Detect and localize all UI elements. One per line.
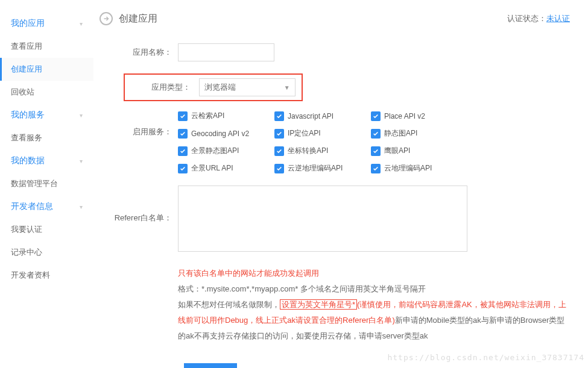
sidebar-group-label: 开发者信息 — [11, 201, 53, 212]
service-label: 鹰眼API — [384, 146, 410, 156]
service-label: 云地理编码API — [384, 163, 432, 173]
service-checkbox[interactable]: 静态图API — [371, 128, 467, 139]
service-checkbox[interactable]: 鹰眼API — [371, 146, 467, 156]
sidebar-item-view-apps[interactable]: 查看应用 — [0, 35, 93, 58]
sidebar-item-dev-profile[interactable]: 开发者资料 — [0, 264, 93, 287]
referer-textarea[interactable] — [178, 186, 467, 252]
auth-status-label: 认证状态： — [507, 14, 546, 23]
sidebar-item-create-app[interactable]: 创建应用 — [0, 58, 93, 81]
sidebar-group-my-services[interactable]: 我的服务 ▾ — [0, 104, 93, 126]
service-checkbox[interactable]: 云逆地理编码API — [274, 163, 371, 173]
service-checkbox[interactable]: IP定位API — [274, 128, 371, 139]
checkbox-checked-icon — [371, 129, 381, 139]
service-checkbox[interactable]: 坐标转换API — [274, 146, 371, 156]
service-label: 全景URL API — [191, 163, 233, 173]
dropdown-arrow-icon: ▼ — [284, 84, 290, 91]
main-content: 创建应用 认证状态：未认证 应用名称： 应用类型： 浏览器端 ▼ — [93, 0, 588, 368]
star-highlight: 设置为英文半角星号* — [280, 299, 357, 310]
service-label: Javascript API — [288, 112, 334, 120]
auth-status: 认证状态：未认证 — [507, 13, 570, 24]
service-checkbox[interactable]: 全景URL API — [178, 163, 274, 173]
checkbox-checked-icon — [371, 111, 381, 121]
submit-button[interactable]: 提交 — [184, 363, 237, 368]
checkbox-checked-icon — [371, 146, 381, 156]
service-label: Geocoding API v2 — [191, 129, 249, 138]
sidebar: 我的应用 ▾ 查看应用 创建应用 回收站 我的服务 ▾ 查看服务 我的数据 ▾ … — [0, 0, 93, 368]
app-type-highlight: 应用类型： 浏览器端 ▼ — [124, 73, 303, 101]
app-type-select[interactable]: 浏览器端 ▼ — [199, 78, 296, 96]
service-label: Place API v2 — [384, 112, 425, 120]
checkbox-checked-icon — [274, 164, 284, 173]
service-label: 静态图API — [384, 128, 417, 139]
chevron-down-icon: ▾ — [80, 204, 83, 210]
services-label: 启用服务： — [100, 108, 178, 137]
chevron-down-icon: ▾ — [80, 20, 83, 27]
sidebar-item-records[interactable]: 记录中心 — [0, 241, 93, 264]
sidebar-group-dev-info[interactable]: 开发者信息 ▾ — [0, 195, 93, 218]
arrow-right-icon — [100, 12, 113, 25]
service-label: 全景静态图API — [191, 146, 239, 156]
sidebar-group-label: 我的应用 — [11, 18, 45, 29]
app-name-label: 应用名称： — [100, 43, 178, 58]
service-checkbox[interactable]: 云检索API — [178, 111, 274, 121]
service-checkbox[interactable]: Javascript API — [274, 111, 371, 121]
app-name-input[interactable] — [178, 43, 274, 61]
service-checkbox[interactable]: 云地理编码API — [371, 163, 467, 173]
checkbox-checked-icon — [178, 146, 188, 156]
sidebar-group-label: 我的服务 — [11, 110, 45, 120]
help-line1: 只有该白名单中的网站才能成功发起调用 — [178, 266, 570, 281]
service-label: 云检索API — [191, 111, 224, 121]
help-line3: 如果不想对任何域名做限制，设置为英文半角星号*(谨慎使用，前端代码容易泄露AK，… — [178, 297, 570, 344]
app-type-value: 浏览器端 — [204, 82, 236, 93]
checkbox-checked-icon — [178, 129, 188, 139]
chevron-down-icon: ▾ — [80, 112, 83, 119]
sidebar-group-my-data[interactable]: 我的数据 ▾ — [0, 149, 93, 172]
sidebar-item-recycle[interactable]: 回收站 — [0, 81, 93, 104]
watermark: https://blog.csdn.net/weixin_37837174 — [387, 353, 584, 362]
sidebar-group-label: 我的数据 — [11, 155, 45, 166]
checkbox-checked-icon — [274, 129, 284, 139]
checkbox-checked-icon — [274, 111, 284, 121]
chevron-down-icon: ▾ — [80, 158, 83, 164]
checkbox-checked-icon — [274, 146, 284, 156]
service-label: IP定位API — [288, 128, 321, 139]
checkbox-checked-icon — [178, 164, 188, 173]
sidebar-group-my-apps[interactable]: 我的应用 ▾ — [0, 12, 93, 35]
sidebar-item-data-platform[interactable]: 数据管理平台 — [0, 172, 93, 195]
auth-status-link[interactable]: 未认证 — [546, 14, 570, 23]
checkbox-checked-icon — [178, 111, 188, 121]
service-checkbox[interactable]: 全景静态图API — [178, 146, 274, 156]
app-type-label: 应用类型： — [128, 78, 197, 93]
checkbox-checked-icon — [371, 164, 381, 173]
services-grid: 云检索APIJavascript APIPlace API v2Geocodin… — [178, 108, 570, 173]
service-checkbox[interactable]: Geocoding API v2 — [178, 128, 274, 139]
help-text: 只有该白名单中的网站才能成功发起调用 格式：*.mysite.com*,*mya… — [178, 266, 570, 344]
service-label: 坐标转换API — [288, 146, 328, 156]
page-title: 创建应用 — [119, 13, 157, 25]
service-checkbox[interactable]: Place API v2 — [371, 111, 467, 121]
service-label: 云逆地理编码API — [288, 163, 343, 173]
help-line2: 格式：*.mysite.com*,*myapp.com* 多个域名之间请用英文半… — [178, 281, 570, 297]
sidebar-item-view-services[interactable]: 查看服务 — [0, 126, 93, 149]
sidebar-item-auth[interactable]: 我要认证 — [0, 218, 93, 241]
referer-label: Referer白名单： — [100, 186, 178, 223]
